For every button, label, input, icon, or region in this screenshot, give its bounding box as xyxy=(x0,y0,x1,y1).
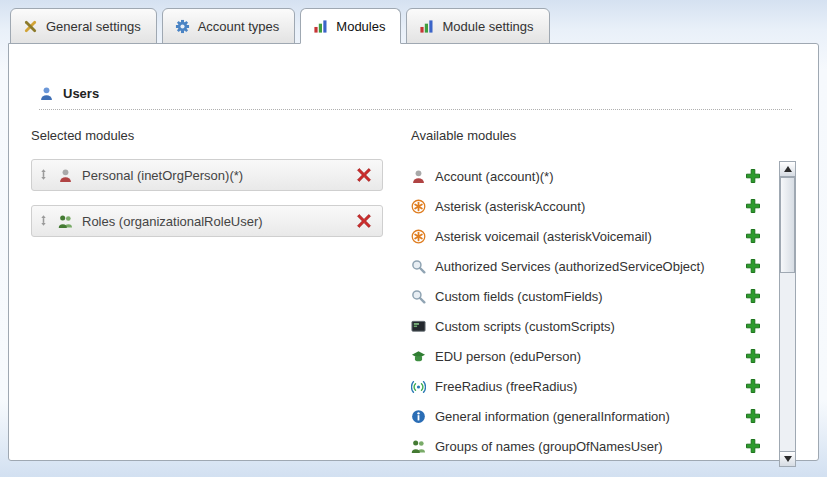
person-icon xyxy=(58,168,73,183)
add-module-button[interactable] xyxy=(745,198,761,214)
add-module-button[interactable] xyxy=(745,348,761,364)
available-modules-scrollbar[interactable] xyxy=(779,161,796,467)
arrow-up-icon xyxy=(784,166,792,172)
selected-module-label: Personal (inetOrgPerson)(*) xyxy=(82,168,347,183)
available-modules-wrap: Account (account)(*)Asterisk (asteriskAc… xyxy=(411,159,796,467)
remove-module-button[interactable] xyxy=(356,213,372,229)
signal-icon xyxy=(411,379,426,394)
tab-label: Account types xyxy=(198,19,280,34)
asterisk-icon xyxy=(411,199,426,214)
available-module-row: Custom scripts (customScripts) xyxy=(411,311,779,341)
selected-modules-list: Personal (inetOrgPerson)(*)Roles (organi… xyxy=(31,159,383,237)
arrow-down-icon xyxy=(784,456,792,462)
tools-icon xyxy=(23,19,38,34)
remove-module-button[interactable] xyxy=(356,167,372,183)
modules-panel: Users Selected modules Personal (inetOrg… xyxy=(8,43,819,461)
available-module-row: Asterisk (asteriskAccount) xyxy=(411,191,779,221)
tab-label: General settings xyxy=(46,19,141,34)
group-icon xyxy=(411,439,426,454)
magnifier-icon xyxy=(411,289,426,304)
available-module-label: Custom fields (customFields) xyxy=(435,289,736,304)
tab-module-settings[interactable]: Module settings xyxy=(406,8,549,44)
available-module-label: FreeRadius (freeRadius) xyxy=(435,379,736,394)
add-module-button[interactable] xyxy=(745,288,761,304)
available-modules-list: Account (account)(*)Asterisk (asteriskAc… xyxy=(411,161,779,461)
asterisk-icon xyxy=(411,229,426,244)
available-module-label: EDU person (eduPerson) xyxy=(435,349,736,364)
add-module-button[interactable] xyxy=(745,438,761,454)
tab-label: Module settings xyxy=(442,19,533,34)
available-modules-label: Available modules xyxy=(411,128,796,143)
drag-handle-icon[interactable] xyxy=(38,214,49,227)
available-module-row: Custom fields (customFields) xyxy=(411,281,779,311)
tab-label: Modules xyxy=(336,19,385,34)
chart-icon xyxy=(313,19,328,34)
available-module-label: Groups of names (groupOfNamesUser) xyxy=(435,439,736,454)
gear-icon xyxy=(175,19,190,34)
add-module-button[interactable] xyxy=(745,378,761,394)
available-module-row: FreeRadius (freeRadius) xyxy=(411,371,779,401)
person-icon xyxy=(411,169,426,184)
available-module-label: Asterisk (asteriskAccount) xyxy=(435,199,736,214)
tab-modules[interactable]: Modules xyxy=(300,8,401,44)
chart-icon xyxy=(419,19,434,34)
users-icon xyxy=(39,86,54,101)
available-module-row: Asterisk voicemail (asteriskVoicemail) xyxy=(411,221,779,251)
scroll-down-button[interactable] xyxy=(779,451,796,467)
selected-module-row[interactable]: Personal (inetOrgPerson)(*) xyxy=(31,159,383,191)
available-module-row: General information (generalInformation) xyxy=(411,401,779,431)
available-module-label: Asterisk voicemail (asteriskVoicemail) xyxy=(435,229,736,244)
available-module-row: Authorized Services (authorizedServiceOb… xyxy=(411,251,779,281)
info-icon xyxy=(411,409,426,424)
add-module-button[interactable] xyxy=(745,318,761,334)
available-module-row: Groups of names (groupOfNamesUser) xyxy=(411,431,779,461)
scrollbar-track[interactable] xyxy=(780,176,795,451)
section-title: Users xyxy=(63,86,99,101)
available-module-label: Authorized Services (authorizedServiceOb… xyxy=(435,259,736,274)
available-module-row: Account (account)(*) xyxy=(411,161,779,191)
available-module-label: Account (account)(*) xyxy=(435,169,736,184)
magnifier-icon xyxy=(411,259,426,274)
modules-columns: Selected modules Personal (inetOrgPerson… xyxy=(31,110,796,467)
drag-handle-icon[interactable] xyxy=(38,168,49,181)
available-module-label: General information (generalInformation) xyxy=(435,409,736,424)
section-header: Users xyxy=(39,86,792,110)
selected-module-label: Roles (organizationalRoleUser) xyxy=(82,214,347,229)
config-tab-bar: General settingsAccount typesModulesModu… xyxy=(0,0,827,43)
scroll-up-button[interactable] xyxy=(779,161,796,177)
lam-configuration-page: General settingsAccount typesModulesModu… xyxy=(0,0,827,477)
selected-modules-label: Selected modules xyxy=(31,128,383,143)
available-module-row: EDU person (eduPerson) xyxy=(411,341,779,371)
graduation-icon xyxy=(411,349,426,364)
add-module-button[interactable] xyxy=(745,258,761,274)
group-icon xyxy=(58,214,73,229)
tab-account-types[interactable]: Account types xyxy=(162,8,296,44)
available-module-label: Custom scripts (customScripts) xyxy=(435,319,736,334)
selected-module-row[interactable]: Roles (organizationalRoleUser) xyxy=(31,205,383,237)
add-module-button[interactable] xyxy=(745,168,761,184)
available-modules-column: Available modules Account (account)(*)As… xyxy=(411,110,796,467)
terminal-icon xyxy=(411,319,426,334)
scrollbar-thumb[interactable] xyxy=(780,177,795,273)
add-module-button[interactable] xyxy=(745,228,761,244)
add-module-button[interactable] xyxy=(745,408,761,424)
tab-general-settings[interactable]: General settings xyxy=(10,8,157,44)
selected-modules-column: Selected modules Personal (inetOrgPerson… xyxy=(31,110,383,467)
